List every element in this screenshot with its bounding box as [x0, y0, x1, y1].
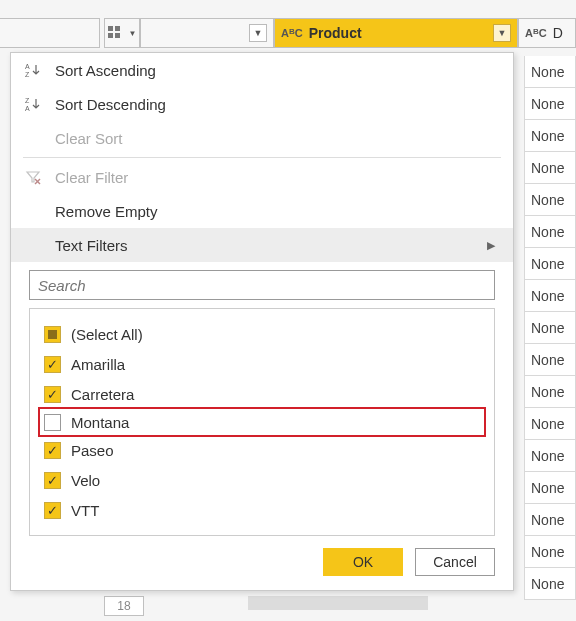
- data-cell[interactable]: None: [524, 376, 576, 408]
- data-cell[interactable]: None: [524, 56, 576, 88]
- chevron-down-icon: ▼: [129, 29, 137, 38]
- next-column-header[interactable]: ABC D: [518, 18, 576, 48]
- data-cell[interactable]: None: [524, 152, 576, 184]
- checklist-label: VTT: [71, 502, 99, 519]
- data-cell[interactable]: None: [524, 88, 576, 120]
- next-column-label: D: [553, 25, 563, 41]
- column-dropdown-icon[interactable]: ▼: [249, 24, 267, 42]
- data-cell[interactable]: None: [524, 120, 576, 152]
- svg-text:Z: Z: [25, 71, 30, 78]
- search-input[interactable]: [29, 270, 495, 300]
- filter-value-row[interactable]: ✓Paseo: [44, 435, 480, 465]
- sort-asc-icon: AZ: [23, 62, 43, 78]
- clear-filter-icon: [23, 169, 43, 185]
- svg-text:Z: Z: [25, 97, 30, 104]
- blank-column-header[interactable]: ▼: [140, 18, 274, 48]
- checklist-label: Carretera: [71, 386, 134, 403]
- menu-label: Clear Filter: [55, 169, 128, 186]
- data-cell[interactable]: None: [524, 344, 576, 376]
- data-cell[interactable]: None: [524, 408, 576, 440]
- select-all-row[interactable]: (Select All): [44, 319, 480, 349]
- submenu-arrow-icon: ▶: [487, 239, 495, 252]
- cancel-button[interactable]: Cancel: [415, 548, 495, 576]
- menu-label: Sort Descending: [55, 96, 166, 113]
- checkbox-checked[interactable]: ✓: [44, 442, 61, 459]
- column-dropdown-icon[interactable]: ▼: [493, 24, 511, 42]
- text-filters-item[interactable]: Text Filters ▶: [11, 228, 513, 262]
- checklist-label: Amarilla: [71, 356, 125, 373]
- checkbox-checked[interactable]: ✓: [44, 356, 61, 373]
- sort-descending-item[interactable]: ZA Sort Descending: [11, 87, 513, 121]
- filter-checklist: (Select All) ✓Amarilla✓CarreteraMontana✓…: [29, 308, 495, 536]
- applied-step-bar: [248, 596, 428, 610]
- filter-value-row[interactable]: ✓Amarilla: [44, 349, 480, 379]
- column-headers-row: ▼ ▼ ABC Product ▼ ABC D: [0, 0, 576, 52]
- data-cell[interactable]: None: [524, 440, 576, 472]
- checklist-label: (Select All): [71, 326, 143, 343]
- data-cell[interactable]: None: [524, 248, 576, 280]
- data-cell[interactable]: None: [524, 184, 576, 216]
- data-cell[interactable]: None: [524, 472, 576, 504]
- clear-filter-item: Clear Filter: [11, 160, 513, 194]
- text-type-icon: ABC: [525, 28, 547, 39]
- filter-value-row[interactable]: ✓Velo: [44, 465, 480, 495]
- remove-empty-item[interactable]: Remove Empty: [11, 194, 513, 228]
- row-index-header[interactable]: ▼: [104, 18, 140, 48]
- sort-desc-icon: ZA: [23, 96, 43, 112]
- checklist-label: Paseo: [71, 442, 114, 459]
- text-type-icon: ABC: [281, 28, 303, 39]
- data-cell[interactable]: None: [524, 536, 576, 568]
- menu-separator: [23, 157, 501, 158]
- filter-dropdown-panel: AZ Sort Ascending ZA Sort Descending Cle…: [10, 52, 514, 591]
- table-icon: [108, 26, 126, 40]
- menu-label: Clear Sort: [55, 130, 123, 147]
- checkbox-checked[interactable]: ✓: [44, 386, 61, 403]
- product-column-header[interactable]: ABC Product ▼: [274, 18, 518, 48]
- checkbox-indeterminate[interactable]: [44, 326, 61, 343]
- svg-text:A: A: [25, 105, 30, 112]
- filter-value-row[interactable]: ✓Carretera: [44, 379, 480, 409]
- menu-label: Text Filters: [55, 237, 128, 254]
- checklist-label: Montana: [71, 414, 129, 431]
- data-cell[interactable]: None: [524, 216, 576, 248]
- checklist-label: Velo: [71, 472, 100, 489]
- data-cell[interactable]: None: [524, 568, 576, 600]
- sort-ascending-item[interactable]: AZ Sort Ascending: [11, 53, 513, 87]
- gutter-blank: [0, 18, 100, 48]
- data-cell[interactable]: None: [524, 280, 576, 312]
- menu-label: Sort Ascending: [55, 62, 156, 79]
- checkbox-checked[interactable]: ✓: [44, 472, 61, 489]
- clear-sort-item: Clear Sort: [11, 121, 513, 155]
- data-column-preview: NoneNoneNoneNoneNoneNoneNoneNoneNoneNone…: [524, 56, 576, 600]
- data-cell[interactable]: None: [524, 504, 576, 536]
- ok-button[interactable]: OK: [323, 548, 403, 576]
- svg-text:A: A: [25, 63, 30, 70]
- filter-value-row[interactable]: ✓VTT: [44, 495, 480, 525]
- data-cell[interactable]: None: [524, 312, 576, 344]
- checkbox-unchecked[interactable]: [44, 414, 61, 431]
- filter-value-row[interactable]: Montana: [38, 407, 486, 437]
- product-column-label: Product: [309, 25, 362, 41]
- row-index-cell: 18: [104, 596, 144, 616]
- checkbox-checked[interactable]: ✓: [44, 502, 61, 519]
- menu-label: Remove Empty: [55, 203, 158, 220]
